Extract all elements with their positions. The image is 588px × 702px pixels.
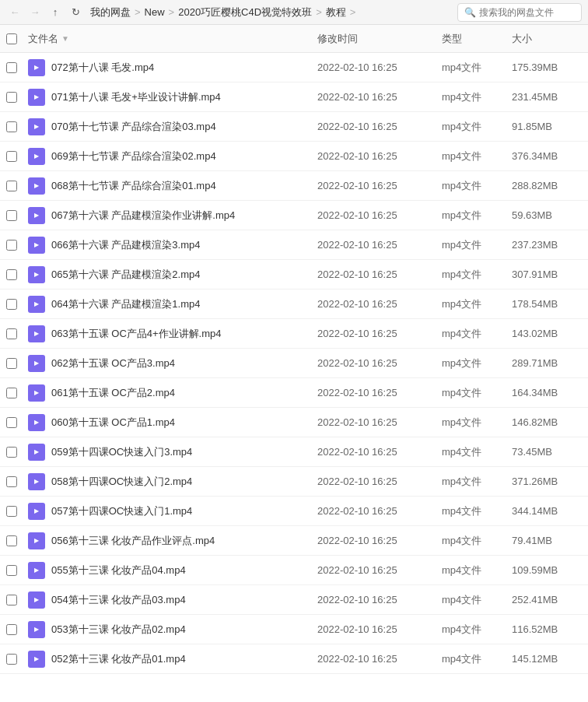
row-size-13: 73.45MB [512, 446, 582, 458]
table-row[interactable]: 063第十五课 OC产品4+作业讲解.mp4 2022-02-10 16:25 … [0, 319, 588, 349]
row-check-0[interactable] [6, 62, 28, 73]
row-checkbox-13[interactable] [6, 447, 17, 458]
row-check-12[interactable] [6, 417, 28, 428]
table-row[interactable]: 070第十七节课 产品综合渲染03.mp4 2022-02-10 16:25 m… [0, 112, 588, 142]
table-row[interactable]: 057第十四课OC快速入门1.mp4 2022-02-10 16:25 mp4文… [0, 497, 588, 526]
row-checkbox-4[interactable] [6, 181, 17, 191]
row-checkbox-19[interactable] [6, 624, 17, 635]
row-checkbox-18[interactable] [6, 595, 17, 605]
row-mtime-5: 2022-02-10 16:25 [317, 209, 442, 221]
table-row[interactable]: 053第十三课 化妆产品02.mp4 2022-02-10 16:25 mp4文… [0, 615, 588, 644]
file-icon-4 [28, 177, 45, 195]
row-check-2[interactable] [6, 121, 28, 132]
row-type-11: mp4文件 [442, 386, 512, 400]
select-all-checkbox[interactable] [6, 33, 17, 44]
file-icon-10 [28, 355, 45, 372]
table-row[interactable]: 061第十五课 OC产品2.mp4 2022-02-10 16:25 mp4文件… [0, 378, 588, 408]
row-checkbox-7[interactable] [6, 269, 17, 280]
col-header-size: 大小 [512, 32, 582, 46]
row-check-15[interactable] [6, 506, 28, 517]
row-checkbox-6[interactable] [6, 240, 17, 251]
table-row[interactable]: 060第十五课 OC产品1.mp4 2022-02-10 16:25 mp4文件… [0, 408, 588, 437]
row-check-6[interactable] [6, 240, 28, 251]
col-header-name[interactable]: 文件名 ▼ [28, 32, 317, 46]
refresh-button[interactable]: ↻ [67, 4, 84, 21]
row-check-3[interactable] [6, 151, 28, 162]
table-row[interactable]: 065第十六课 产品建模渲染2.mp4 2022-02-10 16:25 mp4… [0, 260, 588, 290]
row-check-13[interactable] [6, 447, 28, 458]
row-checkbox-8[interactable] [6, 299, 17, 310]
row-check-18[interactable] [6, 595, 28, 605]
row-check-11[interactable] [6, 388, 28, 398]
row-checkbox-17[interactable] [6, 565, 17, 576]
up-button[interactable]: ↑ [47, 4, 64, 21]
row-checkbox-9[interactable] [6, 328, 17, 339]
filename-7: 065第十六课 产品建模渲染2.mp4 [51, 268, 200, 282]
file-icon-20 [28, 651, 45, 668]
row-type-1: mp4文件 [442, 90, 512, 104]
row-checkbox-1[interactable] [6, 92, 17, 103]
table-row[interactable]: 055第十三课 化妆产品04.mp4 2022-02-10 16:25 mp4文… [0, 556, 588, 585]
row-checkbox-12[interactable] [6, 417, 17, 428]
breadcrumb-mycloud[interactable]: 我的网盘 [90, 5, 131, 19]
table-row[interactable]: 064第十六课 产品建模渲染1.mp4 2022-02-10 16:25 mp4… [0, 290, 588, 319]
select-all-check[interactable] [6, 33, 28, 44]
row-type-16: mp4文件 [442, 534, 512, 548]
row-checkbox-0[interactable] [6, 62, 17, 73]
row-name-18: 054第十三课 化妆产品03.mp4 [28, 591, 317, 609]
breadcrumb-course[interactable]: 2020巧匠樱桃C4D视觉特效班 [178, 5, 312, 19]
row-check-19[interactable] [6, 624, 28, 635]
row-check-7[interactable] [6, 269, 28, 280]
table-row[interactable]: 058第十四课OC快速入门2.mp4 2022-02-10 16:25 mp4文… [0, 467, 588, 497]
table-row[interactable]: 071第十八课 毛发+毕业设计讲解.mp4 2022-02-10 16:25 m… [0, 82, 588, 112]
forward-button[interactable]: → [26, 4, 44, 21]
file-icon-18 [28, 591, 45, 609]
filename-15: 057第十四课OC快速入门1.mp4 [51, 504, 192, 518]
filename-13: 059第十四课OC快速入门3.mp4 [51, 445, 192, 459]
back-button[interactable]: ← [6, 4, 23, 21]
table-row[interactable]: 054第十三课 化妆产品03.mp4 2022-02-10 16:25 mp4文… [0, 585, 588, 615]
table-row[interactable]: 062第十五课 OC产品3.mp4 2022-02-10 16:25 mp4文件… [0, 349, 588, 378]
row-checkbox-20[interactable] [6, 654, 17, 665]
row-check-10[interactable] [6, 358, 28, 369]
file-icon-15 [28, 503, 45, 520]
row-checkbox-3[interactable] [6, 151, 17, 162]
table-row[interactable]: 067第十六课 产品建模渲染作业讲解.mp4 2022-02-10 16:25 … [0, 201, 588, 230]
row-name-12: 060第十五课 OC产品1.mp4 [28, 414, 317, 431]
row-checkbox-16[interactable] [6, 535, 17, 546]
row-checkbox-2[interactable] [6, 121, 17, 132]
row-size-19: 116.52MB [512, 623, 582, 635]
breadcrumb: 我的网盘 > New > 2020巧匠樱桃C4D视觉特效班 > 教程 > [90, 5, 357, 19]
row-check-4[interactable] [6, 181, 28, 191]
col-header-mtime: 修改时间 [317, 32, 442, 46]
row-check-1[interactable] [6, 92, 28, 103]
row-check-17[interactable] [6, 565, 28, 576]
row-checkbox-5[interactable] [6, 210, 17, 221]
row-name-15: 057第十四课OC快速入门1.mp4 [28, 503, 317, 520]
row-name-9: 063第十五课 OC产品4+作业讲解.mp4 [28, 325, 317, 342]
table-row[interactable]: 072第十八课 毛发.mp4 2022-02-10 16:25 mp4文件 17… [0, 53, 588, 82]
table-row[interactable]: 068第十七节课 产品综合渲染01.mp4 2022-02-10 16:25 m… [0, 171, 588, 201]
row-checkbox-11[interactable] [6, 388, 17, 398]
row-checkbox-10[interactable] [6, 358, 17, 369]
row-type-0: mp4文件 [442, 61, 512, 75]
table-row[interactable]: 066第十六课 产品建模渲染3.mp4 2022-02-10 16:25 mp4… [0, 230, 588, 260]
row-checkbox-14[interactable] [6, 476, 17, 487]
search-input[interactable] [479, 7, 575, 18]
file-icon-11 [28, 384, 45, 402]
row-check-14[interactable] [6, 476, 28, 487]
row-checkbox-15[interactable] [6, 506, 17, 517]
table-row[interactable]: 052第十三课 化妆产品01.mp4 2022-02-10 16:25 mp4文… [0, 644, 588, 674]
row-name-10: 062第十五课 OC产品3.mp4 [28, 355, 317, 372]
table-row[interactable]: 056第十三课 化妆产品作业评点.mp4 2022-02-10 16:25 mp… [0, 526, 588, 556]
row-check-16[interactable] [6, 535, 28, 546]
row-check-9[interactable] [6, 328, 28, 339]
row-check-5[interactable] [6, 210, 28, 221]
breadcrumb-new[interactable]: New [145, 6, 165, 18]
table-row[interactable]: 069第十七节课 产品综合渲染02.mp4 2022-02-10 16:25 m… [0, 142, 588, 171]
row-check-20[interactable] [6, 654, 28, 665]
row-check-8[interactable] [6, 299, 28, 310]
row-name-14: 058第十四课OC快速入门2.mp4 [28, 473, 317, 490]
table-row[interactable]: 059第十四课OC快速入门3.mp4 2022-02-10 16:25 mp4文… [0, 437, 588, 467]
filename-2: 070第十七节课 产品综合渲染03.mp4 [51, 120, 216, 134]
